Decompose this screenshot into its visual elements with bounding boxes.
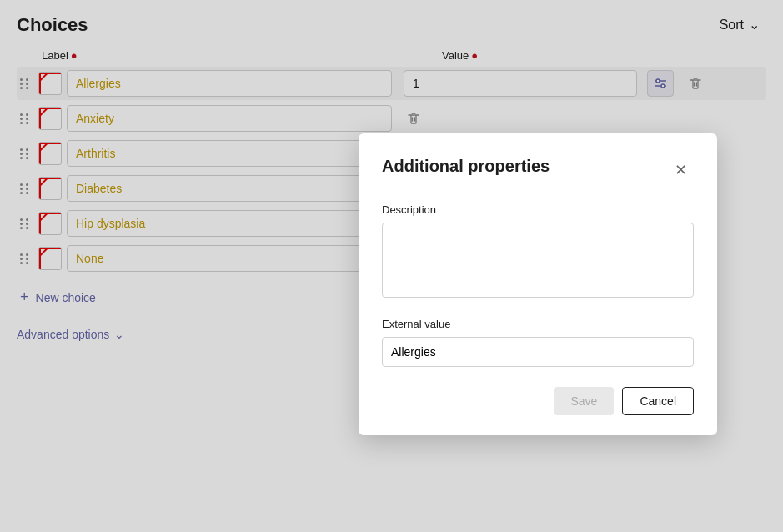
modal-title: Additional properties xyxy=(382,157,550,176)
additional-properties-modal: Additional properties ✕ Description Exte… xyxy=(359,133,717,435)
modal-footer: Save Cancel xyxy=(382,387,694,415)
description-label: Description xyxy=(382,203,694,216)
external-value-input[interactable] xyxy=(382,337,694,367)
modal-header: Additional properties ✕ xyxy=(382,157,694,183)
cancel-button[interactable]: Cancel xyxy=(622,387,694,415)
description-field-group: Description xyxy=(382,203,694,318)
save-button[interactable]: Save xyxy=(554,387,614,415)
external-value-label: External value xyxy=(382,318,694,330)
external-value-field-group: External value xyxy=(382,318,694,387)
close-icon: ✕ xyxy=(675,161,687,179)
main-container: Choices Sort ⌄ Label● Value● xyxy=(0,0,783,532)
description-textarea[interactable] xyxy=(382,223,694,298)
modal-close-button[interactable]: ✕ xyxy=(667,157,694,183)
